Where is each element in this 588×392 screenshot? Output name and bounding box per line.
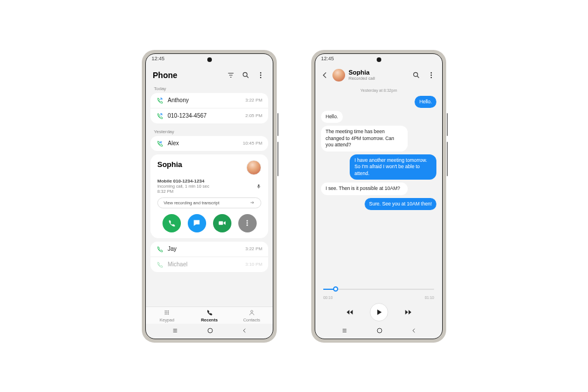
filter-icon[interactable]	[226, 70, 236, 80]
message-out[interactable]: Sure. See you at 10AM then!	[365, 198, 436, 210]
svg-marker-37	[377, 309, 382, 315]
call-row[interactable]: Anthony 3:22 PM	[150, 93, 268, 108]
forward-icon[interactable]	[403, 308, 413, 316]
header-subtitle: Recorded call	[349, 76, 407, 81]
time-total: 01:10	[425, 296, 434, 300]
side-button[interactable]	[277, 142, 278, 176]
caller-name: Jay	[168, 246, 245, 252]
call-time: 3:22 PM	[245, 98, 262, 103]
side-button[interactable]	[447, 113, 448, 136]
svg-marker-36	[350, 309, 353, 314]
home-icon[interactable]	[207, 327, 214, 334]
svg-point-18	[168, 311, 169, 312]
svg-point-24	[168, 313, 169, 315]
incoming-call-icon	[156, 261, 163, 268]
call-detail: Incoming call, 1 min 10 sec	[157, 184, 256, 189]
svg-point-20	[167, 312, 168, 313]
timestamp: Yesterday at 8:32pm	[321, 88, 436, 92]
more-icon[interactable]	[426, 70, 436, 80]
message-button[interactable]	[188, 214, 206, 232]
call-row[interactable]: Alex 10:45 PM	[150, 136, 268, 151]
message-out[interactable]: I have another meeting tomorrow. So I'm …	[350, 154, 436, 180]
rewind-icon[interactable]	[345, 308, 355, 316]
svg-point-23	[167, 313, 168, 315]
contacts-icon	[230, 309, 273, 316]
outgoing-call-icon	[156, 112, 163, 119]
system-nav	[146, 324, 273, 339]
svg-marker-39	[408, 309, 411, 314]
phone-left: 12:45 Phone Today Anthony 3:22 PM	[142, 50, 277, 343]
incoming-call-icon	[156, 140, 163, 147]
recent-apps-icon[interactable]	[341, 328, 349, 333]
avatar[interactable]	[332, 69, 345, 81]
message-in[interactable]: Hello.	[321, 111, 343, 123]
back-icon[interactable]	[242, 327, 247, 334]
svg-point-16	[165, 311, 166, 312]
svg-point-34	[431, 76, 432, 77]
svg-line-31	[417, 76, 419, 77]
message-in[interactable]: The meeting time has been changed to 4PM…	[321, 126, 408, 151]
side-button[interactable]	[447, 142, 448, 176]
call-row[interactable]: Jay 3:22 PM	[150, 242, 268, 257]
call-time: 2:05 PM	[245, 113, 262, 118]
caller-name: Michael	[168, 261, 245, 267]
call-time: 10:45 PM	[243, 141, 262, 146]
svg-point-22	[165, 313, 166, 315]
side-button[interactable]	[277, 113, 278, 136]
svg-point-33	[431, 74, 432, 75]
back-icon[interactable]	[321, 71, 329, 79]
back-icon[interactable]	[411, 327, 417, 334]
call-button[interactable]	[163, 214, 181, 232]
play-button[interactable]	[370, 303, 388, 321]
svg-rect-11	[219, 221, 223, 224]
audio-player: 00:10 01:10	[315, 281, 442, 324]
view-recording-button[interactable]: View recording and transcript	[157, 197, 261, 208]
svg-point-7	[260, 76, 261, 77]
svg-point-3	[243, 72, 247, 76]
time-current: 00:10	[323, 296, 332, 300]
seek-bar[interactable]	[323, 284, 434, 294]
svg-point-5	[260, 72, 261, 73]
outgoing-call-icon	[156, 97, 163, 104]
caller-name: Alex	[168, 140, 243, 146]
search-icon[interactable]	[411, 70, 421, 80]
clock: 12:45	[321, 56, 334, 61]
caller-name: Anthony	[168, 97, 245, 103]
clock: 12:45	[152, 56, 165, 61]
info-button[interactable]	[238, 214, 257, 232]
search-icon[interactable]	[241, 70, 251, 80]
incoming-call-icon	[156, 246, 163, 253]
call-time: 3:22 PM	[245, 246, 262, 251]
phone-right: 12:45 Sophia Recorded call Yesterday at …	[311, 50, 446, 343]
svg-point-29	[208, 328, 212, 333]
nav-contacts[interactable]: Contacts	[230, 309, 273, 323]
seek-knob[interactable]	[333, 286, 338, 292]
message-in[interactable]: I see. Then is it possible at 10AM?	[321, 183, 408, 195]
arrow-right-icon	[249, 200, 255, 205]
svg-point-13	[246, 220, 248, 222]
nav-keypad[interactable]: Keypad	[146, 309, 188, 323]
svg-point-30	[413, 72, 417, 76]
bottom-nav: Keypad Recents Contacts	[146, 306, 273, 324]
recent-apps-icon[interactable]	[171, 328, 179, 333]
more-icon[interactable]	[256, 70, 266, 80]
call-timestamp: 8:32 PM	[157, 189, 261, 194]
svg-marker-38	[405, 309, 408, 314]
nav-recents[interactable]: Recents	[188, 309, 231, 323]
app-title: Phone	[153, 71, 221, 80]
svg-marker-12	[224, 221, 226, 224]
svg-marker-35	[346, 309, 349, 314]
avatar[interactable]	[246, 160, 261, 175]
svg-line-4	[247, 76, 249, 77]
app-header: Phone	[146, 65, 273, 84]
message-out[interactable]: Hello.	[415, 96, 436, 108]
home-icon[interactable]	[376, 327, 383, 334]
svg-point-32	[431, 72, 432, 73]
call-row[interactable]: 010-1234-4567 2:05 PM	[150, 108, 268, 123]
front-camera	[377, 57, 381, 62]
chat-header: Sophia Recorded call	[315, 65, 442, 85]
svg-point-25	[250, 311, 253, 313]
call-row[interactable]: Michael 3:10 PM	[150, 257, 268, 272]
video-button[interactable]	[213, 214, 231, 232]
mic-icon	[256, 184, 261, 189]
